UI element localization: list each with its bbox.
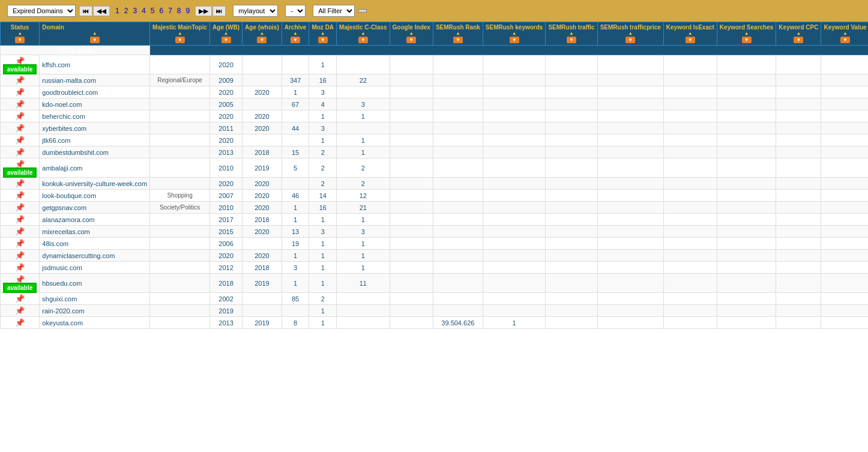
semrush-kw-cell	[483, 274, 546, 293]
domain-cell: jtk66.com	[40, 134, 150, 146]
domain-link[interactable]: rain-2020.com	[42, 307, 84, 315]
kw-exact-cell	[663, 293, 717, 305]
domain-cell: rain-2020.com	[40, 305, 150, 317]
col-header-age-wb[interactable]: Age (WB) ▲▼	[210, 22, 243, 46]
pin-icon[interactable]: 📌	[15, 112, 25, 121]
domain-link[interactable]: goodtroubleict.com	[42, 89, 98, 96]
col-header-kw-exact[interactable]: Keyword IsExact ▲▼	[663, 22, 717, 46]
kw-value-cell	[821, 190, 868, 202]
pin-icon[interactable]: 📌	[15, 306, 25, 315]
pin-icon[interactable]: 📌	[15, 100, 25, 109]
domain-link[interactable]: 48is.com	[42, 240, 68, 247]
domain-link[interactable]: ambalajji.com	[42, 164, 82, 172]
col-header-kw-searches[interactable]: Keyword Searches ▲▼	[717, 22, 776, 46]
col-header-domain[interactable]: Domain ▲▼	[40, 22, 150, 46]
col-header-majestic-c[interactable]: Majestic C-Class ▲▼	[337, 22, 390, 46]
pin-icon[interactable]: 📌	[15, 239, 25, 248]
pin-icon[interactable]: 📌	[15, 227, 25, 236]
age-wb-cell: 2006	[210, 238, 243, 250]
page-link-1[interactable]: 1	[113, 6, 121, 16]
domain-cell: dynamiclasercutting.com	[40, 250, 150, 262]
domain-link[interactable]: shguixi.com	[42, 295, 77, 303]
pin-icon[interactable]: 📌	[15, 191, 25, 200]
pin-icon[interactable]: 📌	[15, 76, 25, 85]
domain-link[interactable]: jsdmusic.com	[42, 264, 82, 271]
kw-cpc-cell	[776, 98, 821, 110]
domain-link[interactable]: alanazamora.com	[42, 216, 94, 223]
domain-link[interactable]: kdo-noel.com	[42, 101, 82, 108]
page-link-9[interactable]: 9	[184, 6, 192, 16]
semrush-kw-cell	[483, 238, 546, 250]
pin-icon[interactable]: 📌	[15, 203, 25, 212]
kw-exact-cell	[663, 226, 717, 238]
domain-link[interactable]: dynamiclasercutting.com	[42, 252, 115, 259]
age-whois-cell: 2020	[243, 178, 282, 190]
pin-icon[interactable]: 📌	[15, 263, 25, 272]
kw-searches-cell	[717, 110, 776, 122]
col-header-semrush-rank[interactable]: SEMRush Rank ▲▼	[433, 22, 483, 46]
page-link-5[interactable]: 5	[149, 6, 157, 16]
domain-link[interactable]: look-boutique.com	[42, 192, 96, 199]
domain-link[interactable]: hbsuedu.com	[42, 280, 82, 287]
next-page-button[interactable]: ▶▶	[195, 6, 212, 16]
last-page-button[interactable]: ⏭	[212, 6, 226, 16]
pin-icon[interactable]: 📌	[15, 294, 25, 303]
available-badge: available	[3, 283, 37, 293]
table-row: 📌availableambalajji.com20102019522	[1, 158, 869, 178]
col-header-kw-cpc[interactable]: Keyword CPC ▲▼	[776, 22, 821, 46]
page-link-2[interactable]: 2	[122, 6, 130, 16]
pin-icon[interactable]: 📌	[15, 251, 25, 260]
col-header-semrush-tp[interactable]: SEMRush trafficprice ▲▼	[597, 22, 663, 46]
col-header-google-index[interactable]: Google Index ▲▼	[390, 22, 433, 46]
semrush-tp-cell	[597, 293, 663, 305]
pin-icon[interactable]: 📌	[15, 124, 25, 133]
matching-select[interactable]: All Filter	[313, 5, 355, 17]
domain-link[interactable]: kffsh.com	[42, 61, 70, 68]
maintopic-cell: Shopping	[150, 190, 210, 202]
pin-icon[interactable]: 📌	[15, 318, 25, 327]
prev-page-button[interactable]: ◀◀	[93, 6, 110, 16]
page-link-7[interactable]: 7	[166, 6, 174, 16]
domain-link[interactable]: konkuk-university-culture-week.com	[42, 180, 147, 187]
domain-link[interactable]: russian-malta.com	[42, 77, 96, 84]
page-link-6[interactable]: 6	[157, 6, 165, 16]
help-button[interactable]	[358, 9, 367, 13]
domain-link[interactable]: beherchic.com	[42, 113, 85, 120]
col-header-maintopic[interactable]: Majestic MainTopic ▲▼	[150, 22, 210, 46]
google-index-cell	[390, 293, 433, 305]
domain-link[interactable]: okeyusta.com	[42, 319, 83, 327]
pin-icon[interactable]: 📌	[15, 148, 25, 157]
domain-link[interactable]: dumbestdumbshit.com	[42, 149, 109, 156]
pin-icon[interactable]: 📌	[15, 136, 25, 145]
page-link-4[interactable]: 4	[140, 6, 148, 16]
kw-exact-cell	[663, 214, 717, 226]
domain-type-select[interactable]: Expired Domains	[7, 5, 76, 17]
page-link-3[interactable]: 3	[131, 6, 139, 16]
tld-filter-cell[interactable]: TLD`s: com,	[1, 46, 150, 55]
col-header-semrush-traffic[interactable]: SEMRush traffic ▲▼	[546, 22, 597, 46]
first-page-button[interactable]: ⏮	[79, 6, 92, 16]
kw-value-cell	[821, 202, 868, 214]
col-header-semrush-kw[interactable]: SEMRush keywords ▲▼	[483, 22, 546, 46]
pin-icon[interactable]: 📌	[15, 215, 25, 224]
col-header-age-whois[interactable]: Age (whois) ▲▼	[243, 22, 282, 46]
column-template-select[interactable]: mylayout	[233, 5, 278, 17]
domain-link[interactable]: jtk66.com	[42, 137, 70, 144]
moz-da-cell: 16	[309, 74, 337, 86]
kw-searches-cell	[717, 238, 776, 250]
page-link-8[interactable]: 8	[175, 6, 183, 16]
pin-icon[interactable]: 📌	[15, 88, 25, 97]
col-header-moz-da[interactable]: Moz DA ▲▼	[309, 22, 337, 46]
moz-da-cell: 1	[309, 214, 337, 226]
col-header-status[interactable]: Status ▲▼	[1, 22, 40, 46]
col-header-kw-value[interactable]: Keyword Value ▲▼	[821, 22, 868, 46]
pin-icon[interactable]: 📌	[15, 179, 25, 188]
domain-link[interactable]: xyberbites.com	[42, 125, 86, 132]
sort-template-select[interactable]: -	[285, 5, 306, 17]
domain-link[interactable]: getgpsnav.com	[42, 204, 86, 211]
domain-link[interactable]: mixreceitas.com	[42, 228, 89, 235]
age-whois-cell: 2018	[243, 146, 282, 158]
archive-cell: 13	[282, 226, 309, 238]
majestic-c-cell: 11	[337, 274, 390, 293]
col-header-archive[interactable]: Archive ▲▼	[282, 22, 309, 46]
